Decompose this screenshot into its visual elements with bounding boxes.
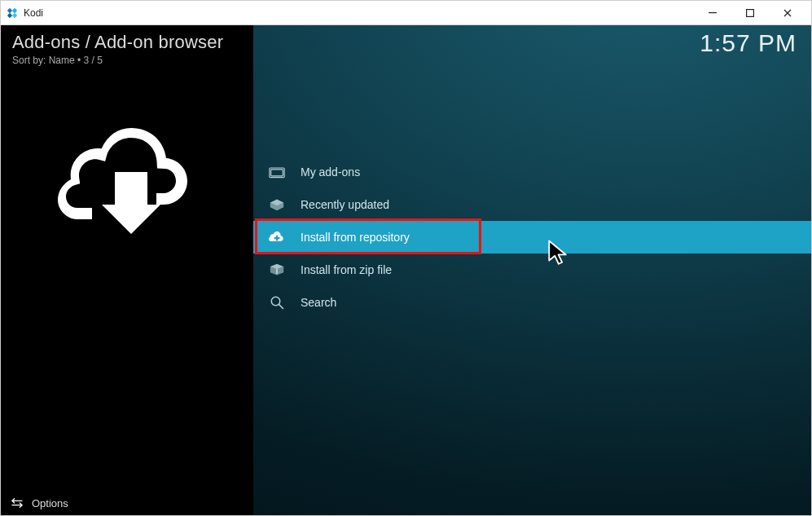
- sidebar: Add-ons / Add-on browser Sort by: Name •…: [1, 25, 253, 515]
- minimize-button[interactable]: [694, 1, 731, 25]
- open-box-icon: [268, 196, 286, 214]
- window: Kodi Add-ons / Add-on browser Sort by: N…: [0, 0, 812, 516]
- list-item-label: Install from zip file: [301, 263, 392, 276]
- svg-rect-3: [7, 12, 12, 17]
- addon-browser-list: My add-ons Recently updated: [253, 156, 811, 319]
- search-icon: [268, 293, 286, 311]
- options-icon[interactable]: [11, 496, 24, 509]
- list-item-label: My add-ons: [301, 165, 360, 179]
- svg-rect-1: [7, 7, 12, 12]
- list-position: 3 / 5: [84, 55, 103, 66]
- header-area: Add-ons / Add-on browser Sort by: Name •…: [1, 25, 253, 66]
- sort-prefix: Sort by:: [12, 55, 49, 66]
- clock: 1:57 PM: [700, 29, 797, 57]
- titlebar: Kodi: [1, 1, 811, 25]
- download-cloud-icon: [58, 115, 196, 237]
- app-title: Kodi: [24, 7, 43, 19]
- list-item-my-addons[interactable]: My add-ons: [253, 156, 811, 188]
- sort-sep: •: [75, 55, 84, 66]
- svg-line-12: [279, 304, 283, 308]
- svg-rect-9: [271, 170, 283, 176]
- svg-rect-5: [747, 9, 754, 16]
- svg-rect-4: [709, 12, 717, 13]
- addons-icon: [268, 163, 286, 181]
- cloud-plus-icon: [268, 228, 286, 246]
- maximize-button[interactable]: [731, 1, 769, 25]
- sort-line[interactable]: Sort by: Name • 3 / 5: [12, 55, 242, 66]
- svg-rect-0: [12, 7, 17, 12]
- list-item-label: Search: [301, 296, 336, 309]
- main-pane: 1:57 PM My add-ons: [253, 25, 811, 515]
- svg-rect-2: [12, 12, 17, 17]
- options-label[interactable]: Options: [32, 497, 68, 509]
- list-item-install-from-zip[interactable]: Install from zip file: [253, 254, 811, 286]
- list-item-install-from-repository[interactable]: Install from repository: [253, 221, 811, 254]
- list-item-label: Recently updated: [301, 198, 389, 211]
- list-item-recently-updated[interactable]: Recently updated: [253, 188, 811, 221]
- content: Add-ons / Add-on browser Sort by: Name •…: [1, 25, 811, 515]
- kodi-logo-icon: [6, 7, 19, 20]
- breadcrumb: Add-ons / Add-on browser: [12, 32, 242, 53]
- svg-rect-10: [276, 268, 278, 274]
- zip-box-icon: [268, 261, 286, 279]
- sort-field: Name: [49, 55, 75, 66]
- close-button[interactable]: [769, 1, 806, 25]
- list-item-label: Install from repository: [301, 231, 410, 244]
- list-item-search[interactable]: Search: [253, 286, 811, 319]
- footer: Options: [1, 491, 253, 515]
- main-inner: 1:57 PM My add-ons: [253, 25, 811, 515]
